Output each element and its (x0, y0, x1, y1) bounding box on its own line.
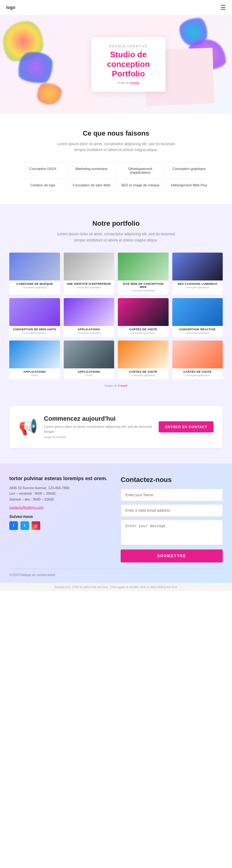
message-input[interactable] (121, 520, 223, 545)
hero-agency-label: AGENCE CRÉATIVE (101, 44, 156, 48)
menu-icon[interactable]: ☰ (220, 4, 226, 11)
service-item: Hébergement Web Plus (165, 179, 214, 192)
service-item: Conception UI/UX (19, 162, 67, 179)
service-item: Marketing numérique (67, 162, 116, 179)
footer-grid: tortor pulvinar esteras loremips est ore… (9, 476, 223, 562)
footer-company: tortor pulvinar esteras loremips est ore… (9, 476, 111, 482)
footer-address: 3045 10 Sunrize Avenue, 123-456-7890 Lun… (9, 485, 111, 502)
portfolio-item-name: APPLICATIONS (9, 368, 60, 374)
portfolio-item[interactable]: CONCEPTION RÉACTIVEConception graphique (172, 298, 223, 337)
cta-title: Commencez aujourd'hui (44, 415, 153, 422)
contact-form: SOUMETTRE (121, 489, 223, 562)
facebook-icon[interactable]: f (9, 521, 18, 530)
portfolio-item-name: CARTES DE VISITE (118, 368, 169, 374)
portfolio-item[interactable]: SITE WEB DE CONCEPTION WEBConception gra… (118, 253, 169, 294)
services-section: Ce que nous faisons Lorem ipsum dolor si… (0, 114, 232, 204)
footer-social-title: Suivez-nous (9, 514, 111, 519)
email-input[interactable] (121, 504, 223, 517)
portfolio-item[interactable]: CARTES DE VISITEConception graphique (118, 341, 169, 379)
service-item: SEO et image de marque (116, 179, 165, 192)
hero-card: AGENCE CRÉATIVE Studio de conception Por… (91, 37, 165, 92)
portfolio-title: Notre portfolio (9, 219, 223, 227)
portfolio-item-name: APPLICATIONS (64, 326, 114, 332)
portfolio-item-name: CONCEPTION RÉACTIVE (172, 326, 223, 332)
name-input[interactable] (121, 489, 223, 501)
portfolio-item-category: Conception graphique (118, 289, 169, 294)
portfolio-item-category: Conception graphique (118, 374, 169, 379)
hero-section: AGENCE CRÉATIVE Studio de conception Por… (0, 15, 232, 114)
portfolio-item[interactable]: APPLICATIONSUI/UX (9, 341, 60, 379)
twitter-icon[interactable]: 𝕥 (21, 521, 29, 530)
bottom-bar-text: Sample text. Click to select the text bo… (54, 585, 178, 589)
portfolio-grid: CAMPAGNE DE MARQUEConception graphiqueUN… (9, 253, 223, 379)
footer-right: Contactez-nous SOUMETTRE (121, 476, 223, 562)
hero-image-credit: Image de Freepik (101, 81, 156, 84)
portfolio-item-name: APPLICATIONS (64, 368, 114, 374)
portfolio-item-name: UNE IDENTITÉ D'ENTREPRISE (64, 280, 114, 286)
footer-bottom: ©2023 Politique de confidentialité (9, 569, 223, 577)
cta-section: 📢 Commencez aujourd'hui Lorem ipsum dolo… (9, 406, 223, 448)
cta-description: Lorem ipsum dolor sit amet, consectetur … (44, 424, 153, 434)
portfolio-item-category: Conception graphique (9, 332, 60, 337)
service-item: Conception graphique (165, 162, 214, 179)
footer-email[interactable]: contacts@esbnyc.com (9, 505, 111, 509)
cta-megaphone-icon: 📢 (19, 418, 38, 436)
portfolio-item-name: CARTES DE VISITE (118, 326, 169, 332)
cta-button[interactable]: ENTRER EN CONTACT (159, 421, 213, 432)
cta-content: Commencez aujourd'hui Lorem ipsum dolor … (44, 415, 153, 439)
footer: tortor pulvinar esteras loremips est ore… (0, 463, 232, 583)
portfolio-item-name: CONCEPTION DE DÉPLIANTS (9, 326, 60, 332)
footer-contact-title: Contactez-nous (121, 476, 223, 484)
portfolio-item-name: CAMPAGNE DE MARQUE (9, 280, 60, 286)
portfolio-item-category: Conception graphique (172, 374, 223, 379)
portfolio-description: Lorem ipsum dolor sit amet, consectetur … (54, 231, 178, 243)
portfolio-item[interactable]: UNE IDENTITÉ D'ENTREPRISEConception grap… (64, 253, 114, 294)
service-item: Conception de sites Web (67, 179, 116, 192)
portfolio-item[interactable]: CARTES DE VISITEConception graphique (172, 341, 223, 379)
blob-decoration-2 (19, 52, 53, 83)
portfolio-item-name: DES CAISSONS LUMINEUX (172, 280, 223, 286)
portfolio-item-category: Conception graphique (64, 332, 114, 337)
instagram-icon[interactable]: ◎ (32, 521, 40, 530)
social-icons: f 𝕥 ◎ (9, 521, 111, 530)
portfolio-item-category: UI/UX (9, 374, 60, 379)
submit-button[interactable]: SOUMETTRE (121, 550, 223, 562)
logo: logo (6, 5, 15, 10)
portfolio-item[interactable]: APPLICATIONSConception graphique (64, 298, 114, 337)
copyright-text: ©2023 Politique de confidentialité (9, 573, 55, 577)
portfolio-item[interactable]: APPLICATIONSUI/UX (64, 341, 114, 379)
portfolio-item-category: Conception graphique (118, 332, 169, 337)
portfolio-item-category: Conception graphique (64, 286, 114, 291)
portfolio-item[interactable]: CARTES DE VISITEConception graphique (118, 298, 169, 337)
service-item: Création de logo (19, 179, 67, 192)
portfolio-item-category: UI/UX (64, 374, 114, 379)
portfolio-image-credit: images de Freepik (9, 384, 223, 387)
services-title: Ce que nous faisons (19, 129, 213, 137)
services-description: Lorem ipsum dolor sit amet, consectetur … (54, 141, 178, 153)
bottom-bar: Sample text. Click to select the text bo… (0, 583, 232, 591)
portfolio-section: Notre portfolio Lorem ipsum dolor sit am… (0, 204, 232, 396)
service-item: Développement d'applications (116, 162, 165, 179)
portfolio-item[interactable]: CONCEPTION DE DÉPLIANTSConception graphi… (9, 298, 60, 337)
portfolio-item-name: SITE WEB DE CONCEPTION WEB (118, 280, 169, 289)
portfolio-item[interactable]: DES CAISSONS LUMINEUXConception graphiqu… (172, 253, 223, 294)
header: logo ☰ (0, 0, 232, 15)
cta-image-credit: Image de Freepik (44, 436, 153, 439)
portfolio-item-category: Conception graphique (9, 286, 60, 291)
services-grid: Conception UI/UXMarketing numériqueDével… (19, 162, 213, 192)
portfolio-item-category: Conception graphique (172, 332, 223, 337)
footer-left: tortor pulvinar esteras loremips est ore… (9, 476, 111, 562)
hero-title: Studio de conception Portfolio (101, 50, 156, 79)
portfolio-item[interactable]: CAMPAGNE DE MARQUEConception graphique (9, 253, 60, 294)
blob-decoration-5 (37, 83, 62, 105)
portfolio-item-category: Conception graphique (172, 286, 223, 291)
portfolio-item-name: CARTES DE VISITE (172, 368, 223, 374)
